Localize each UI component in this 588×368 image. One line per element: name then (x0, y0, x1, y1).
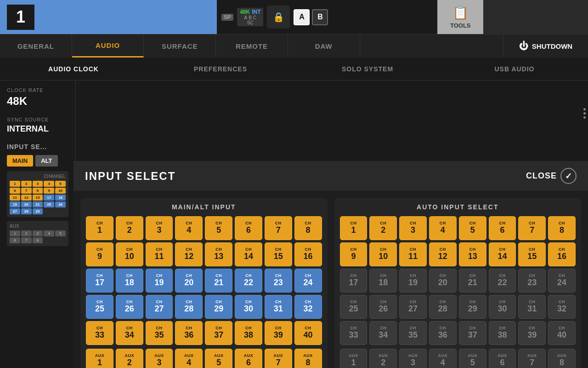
shutdown-button[interactable]: ⏻ SHUTDOWN (503, 34, 588, 58)
ch-cell[interactable]: 29 (33, 208, 43, 214)
auto-aux-btn-5[interactable]: AUX5 (459, 349, 486, 368)
a-button[interactable]: A (294, 9, 310, 25)
ch-cell[interactable]: 8 (33, 188, 43, 194)
auto-ch-btn-32[interactable]: CH32 (548, 295, 576, 319)
ch-cell[interactable]: 26 (55, 201, 66, 207)
main-ch-btn-24[interactable]: CH24 (294, 269, 322, 293)
main-aux-btn-2[interactable]: AUX2 (116, 349, 143, 368)
auto-ch-btn-9[interactable]: CH9 (340, 242, 368, 266)
tools-button[interactable]: 📋 TOOLS (437, 0, 483, 34)
ch-cell[interactable]: 1 (10, 181, 20, 187)
auto-ch-btn-24[interactable]: CH24 (548, 269, 576, 293)
auto-ch-btn-19[interactable]: CH19 (399, 269, 427, 293)
main-ch-btn-17[interactable]: CH17 (86, 269, 113, 293)
aux-cell[interactable]: 4 (44, 230, 54, 236)
auto-ch-btn-17[interactable]: CH17 (340, 269, 368, 293)
auto-ch-btn-26[interactable]: CH26 (369, 295, 397, 319)
auto-ch-btn-27[interactable]: CH27 (399, 295, 427, 319)
auto-ch-btn-29[interactable]: CH29 (459, 295, 486, 319)
main-aux-btn-3[interactable]: AUX3 (146, 349, 173, 368)
aux-cell[interactable]: 5 (55, 230, 66, 236)
main-ch-btn-19[interactable]: CH19 (146, 269, 173, 293)
main-ch-btn-40[interactable]: CH40 (294, 321, 322, 345)
ch-cell[interactable]: 18 (55, 195, 66, 201)
main-ch-btn-37[interactable]: CH37 (205, 321, 232, 345)
auto-aux-btn-2[interactable]: AUX2 (369, 349, 397, 368)
tab-audio[interactable]: AUDIO (72, 34, 144, 58)
auto-ch-btn-37[interactable]: CH37 (459, 321, 486, 345)
main-ch-btn-32[interactable]: CH32 (294, 295, 322, 319)
auto-ch-btn-10[interactable]: CH10 (369, 242, 397, 266)
auto-aux-btn-1[interactable]: AUX1 (340, 349, 368, 368)
auto-ch-btn-20[interactable]: CH20 (429, 269, 457, 293)
main-ch-btn-6[interactable]: CH6 (235, 216, 262, 240)
main-ch-btn-1[interactable]: CH1 (86, 216, 113, 240)
aux-cell[interactable]: 8 (33, 237, 43, 243)
main-ch-btn-35[interactable]: CH35 (146, 321, 173, 345)
main-ch-btn-13[interactable]: CH13 (205, 242, 232, 266)
main-ch-btn-3[interactable]: CH3 (146, 216, 173, 240)
auto-ch-btn-36[interactable]: CH36 (429, 321, 457, 345)
auto-ch-btn-6[interactable]: CH6 (489, 216, 516, 240)
ch-cell[interactable]: 25 (44, 201, 54, 207)
main-ch-btn-14[interactable]: CH14 (235, 242, 262, 266)
main-aux-btn-6[interactable]: AUX6 (235, 349, 262, 368)
main-ch-btn-27[interactable]: CH27 (146, 295, 173, 319)
close-button[interactable]: CLOSE ✓ (526, 168, 577, 184)
main-ch-btn-25[interactable]: CH25 (86, 295, 113, 319)
auto-ch-btn-11[interactable]: CH11 (399, 242, 427, 266)
tab-daw[interactable]: DAW (288, 34, 360, 58)
main-ch-btn-11[interactable]: CH11 (146, 242, 173, 266)
b-button[interactable]: B (312, 9, 328, 25)
ch-cell[interactable]: 11 (10, 195, 20, 201)
auto-ch-btn-40[interactable]: CH40 (548, 321, 576, 345)
main-ch-btn-10[interactable]: CH10 (116, 242, 143, 266)
ch-cell[interactable]: 12 (21, 195, 32, 201)
auto-aux-btn-7[interactable]: AUX7 (518, 349, 546, 368)
main-ch-btn-16[interactable]: CH16 (294, 242, 322, 266)
main-ch-btn-12[interactable]: CH12 (175, 242, 203, 266)
main-ch-btn-34[interactable]: CH34 (116, 321, 143, 345)
auto-ch-btn-34[interactable]: CH34 (369, 321, 397, 345)
ch-cell[interactable]: 28 (21, 208, 32, 214)
auto-ch-btn-39[interactable]: CH39 (518, 321, 546, 345)
aux-cell[interactable]: 7 (21, 237, 32, 243)
sub-nav-usb-audio[interactable]: USB AUDIO (441, 58, 588, 80)
ch-cell[interactable]: 20 (21, 201, 32, 207)
ch-cell[interactable]: 27 (10, 208, 20, 214)
auto-ch-btn-23[interactable]: CH23 (518, 269, 546, 293)
ch-cell[interactable]: 7 (21, 188, 32, 194)
alt-button[interactable]: ALT (35, 155, 57, 167)
main-ch-btn-8[interactable]: CH8 (294, 216, 322, 240)
ch-cell[interactable]: 13 (33, 195, 43, 201)
ch-cell[interactable]: 9 (44, 188, 54, 194)
ch-cell[interactable]: 19 (10, 201, 20, 207)
auto-ch-btn-28[interactable]: CH28 (429, 295, 457, 319)
tab-remote[interactable]: REMOTE (216, 34, 288, 58)
aux-cell[interactable]: 2 (21, 230, 32, 236)
sub-nav-preferences[interactable]: PREFERENCES (147, 58, 294, 80)
main-ch-btn-36[interactable]: CH36 (175, 321, 203, 345)
sub-nav-solo-system[interactable]: SOLO SYSTEM (294, 58, 441, 80)
main-ch-btn-23[interactable]: CH23 (265, 269, 292, 293)
auto-aux-btn-6[interactable]: AUX6 (489, 349, 516, 368)
main-ch-btn-28[interactable]: CH28 (175, 295, 203, 319)
auto-ch-btn-13[interactable]: CH13 (459, 242, 486, 266)
main-aux-btn-4[interactable]: AUX4 (175, 349, 203, 368)
main-ch-btn-33[interactable]: CH33 (86, 321, 113, 345)
main-ch-btn-39[interactable]: CH39 (265, 321, 292, 345)
ch-cell[interactable]: 6 (10, 188, 20, 194)
auto-ch-btn-18[interactable]: CH18 (369, 269, 397, 293)
auto-ch-btn-33[interactable]: CH33 (340, 321, 368, 345)
auto-ch-btn-35[interactable]: CH35 (399, 321, 427, 345)
main-ch-btn-29[interactable]: CH29 (205, 295, 232, 319)
auto-ch-btn-16[interactable]: CH16 (548, 242, 576, 266)
auto-ch-btn-8[interactable]: CH8 (548, 216, 576, 240)
main-ch-btn-22[interactable]: CH22 (235, 269, 262, 293)
ch-cell[interactable]: 5 (55, 181, 66, 187)
aux-cell[interactable]: 6 (10, 237, 20, 243)
auto-ch-btn-15[interactable]: CH15 (518, 242, 546, 266)
auto-ch-btn-21[interactable]: CH21 (459, 269, 486, 293)
auto-ch-btn-5[interactable]: CH5 (459, 216, 486, 240)
main-ch-btn-9[interactable]: CH9 (86, 242, 113, 266)
